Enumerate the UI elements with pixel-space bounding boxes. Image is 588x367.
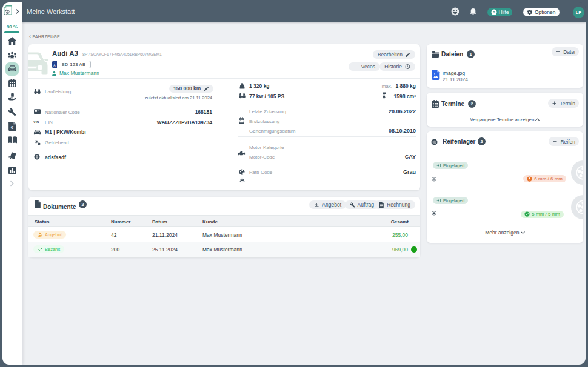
- svg-text:?: ?: [493, 10, 495, 14]
